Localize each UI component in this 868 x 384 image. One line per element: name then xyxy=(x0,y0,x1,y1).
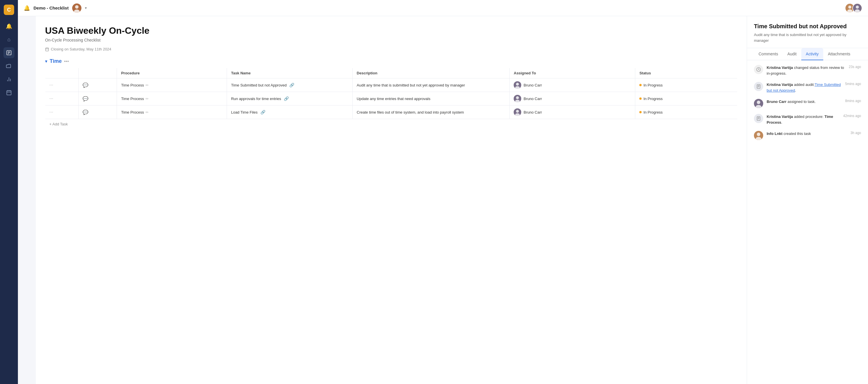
col-header-description: Description xyxy=(352,68,510,78)
procedure-name: Time Process xyxy=(121,110,144,114)
activity-text-container: Bruno Carr assigned to task. xyxy=(767,99,816,105)
user-avatar xyxy=(514,108,521,116)
row-comment-cell: 💬 xyxy=(79,92,117,106)
svg-point-31 xyxy=(516,110,519,113)
calendar-icon xyxy=(45,47,49,51)
section-more-button[interactable]: ••• xyxy=(64,59,69,64)
page-title: USA Biweekly On-Cycle xyxy=(45,25,738,36)
sidebar: C 🔔 ⌂ xyxy=(0,0,18,384)
user-avatar xyxy=(514,81,521,89)
comment-icon[interactable]: 💬 xyxy=(83,83,88,88)
topbar-chevron-icon[interactable]: ▾ xyxy=(85,6,87,10)
col-header-assigned: Assigned To xyxy=(510,68,635,78)
row-status-cell: In Progress xyxy=(635,78,738,92)
add-task-button[interactable]: + Add Task xyxy=(45,119,738,130)
svg-point-15 xyxy=(848,5,851,9)
activity-row: Bruno Carr assigned to task. 8mins ago xyxy=(767,99,861,105)
col-header-status: Status xyxy=(635,68,738,78)
notification-bell-icon[interactable]: 🔔 xyxy=(24,5,30,11)
activity-time: 3h ago xyxy=(850,131,861,135)
activity-item: Kristina Vartija added procedure: Time P… xyxy=(754,114,861,125)
closing-date-label: Closing on Saturday, May 11th 2024 xyxy=(51,47,111,51)
user-avatar xyxy=(514,95,521,102)
section-header: ▾ Time ••• xyxy=(45,58,738,64)
comment-icon[interactable]: 💬 xyxy=(83,110,88,115)
row-actions-cell: ··· xyxy=(45,78,79,92)
section-collapse-chevron[interactable]: ▾ xyxy=(45,59,48,64)
row-more-button[interactable]: ··· xyxy=(50,96,74,101)
row-description-cell: Create time files out of time system, an… xyxy=(352,106,510,119)
row-assigned-cell: Bruno Carr xyxy=(510,106,635,119)
activity-row: Kristina Vartija changed status from rev… xyxy=(767,65,861,76)
assigned-name: Bruno Carr xyxy=(524,110,542,114)
svg-point-39 xyxy=(757,101,760,104)
panel-tabs: Comments Audit Activity Attachments xyxy=(747,48,868,60)
topbar-right-avatar-2 xyxy=(852,3,862,13)
activity-item: Kristina Vartija changed status from rev… xyxy=(754,65,861,76)
add-task-row[interactable]: + Add Task xyxy=(45,119,738,130)
row-comment-cell: 💬 xyxy=(79,106,117,119)
description-text: Update any time entries that need approv… xyxy=(356,97,430,101)
activity-text-container: Info Lnkt created this task xyxy=(767,131,811,137)
row-actions-cell: ··· xyxy=(45,92,79,106)
table-row: ··· 💬 Time Process ✏ Run approvals for t… xyxy=(45,92,738,106)
activity-clock-icon xyxy=(754,65,763,74)
sidebar-item-chart[interactable] xyxy=(3,74,14,85)
sidebar-item-folder[interactable] xyxy=(3,61,14,71)
activity-body: Kristina Vartija added audit:Time Submit… xyxy=(767,82,861,93)
status-text: In Progress xyxy=(643,97,662,101)
topbar-avatars xyxy=(845,3,862,13)
description-text: Audit any time that is submitted but not… xyxy=(356,83,465,88)
svg-rect-20 xyxy=(45,48,49,51)
page-subtitle: On-Cycle Processing Checklist xyxy=(45,38,738,42)
assigned-name: Bruno Carr xyxy=(524,83,542,88)
activity-time: 23s ago xyxy=(849,65,861,69)
row-comment-cell: 💬 xyxy=(79,78,117,92)
svg-point-12 xyxy=(75,5,79,9)
row-more-button[interactable]: ··· xyxy=(50,110,74,115)
activity-row: Kristina Vartija added audit:Time Submit… xyxy=(767,82,861,93)
sidebar-item-docs[interactable] xyxy=(3,47,14,58)
right-panel: Time Submitted but not Approved Audit an… xyxy=(747,16,868,384)
svg-rect-7 xyxy=(7,91,11,95)
row-task-name-cell: Run approvals for time entries 🔗 xyxy=(227,92,352,106)
row-description-cell: Audit any time that is submitted but not… xyxy=(352,78,510,92)
tab-activity[interactable]: Activity xyxy=(801,48,823,60)
link-icon[interactable]: 🔗 xyxy=(289,83,294,88)
tab-comments[interactable]: Comments xyxy=(754,48,783,60)
activity-avatar xyxy=(754,99,763,108)
row-actions-cell: ··· xyxy=(45,106,79,119)
col-header-actions xyxy=(45,68,79,78)
sidebar-item-home[interactable]: ⌂ xyxy=(3,34,14,45)
activity-item: Info Lnkt created this task 3h ago xyxy=(754,131,861,140)
status-text: In Progress xyxy=(643,110,662,114)
activity-body: Bruno Carr assigned to task. 8mins ago xyxy=(767,99,861,105)
row-more-button[interactable]: ··· xyxy=(50,82,74,88)
topbar-user-avatar xyxy=(72,3,82,13)
link-icon[interactable]: 🔗 xyxy=(260,110,266,114)
col-header-task: Task Name xyxy=(227,68,352,78)
section-title: Time xyxy=(50,58,62,64)
row-procedure-cell: Time Process ✏ xyxy=(117,78,227,92)
sidebar-item-notification[interactable]: 🔔 xyxy=(3,21,14,32)
row-status-cell: In Progress xyxy=(635,106,738,119)
procedure-name: Time Process xyxy=(121,83,144,88)
task-name-text: Load Time Files xyxy=(231,110,257,114)
edit-icon[interactable]: ✏ xyxy=(146,97,149,101)
activity-row: Info Lnkt created this task 3h ago xyxy=(767,131,861,137)
activity-text-container: Kristina Vartija added procedure: Time P… xyxy=(767,114,841,125)
row-assigned-cell: Bruno Carr xyxy=(510,78,635,92)
sidebar-item-calendar[interactable] xyxy=(3,87,14,98)
link-icon[interactable]: 🔗 xyxy=(284,96,289,101)
tab-attachments[interactable]: Attachments xyxy=(823,48,855,60)
assigned-name: Bruno Carr xyxy=(524,97,542,101)
svg-point-16 xyxy=(847,9,852,13)
edit-icon[interactable]: ✏ xyxy=(146,83,149,88)
edit-icon[interactable]: ✏ xyxy=(146,110,149,114)
activity-time: 5mins ago xyxy=(845,82,861,86)
topbar-title: Demo - Checklist xyxy=(33,5,69,10)
comment-icon[interactable]: 💬 xyxy=(83,96,88,101)
tab-audit[interactable]: Audit xyxy=(783,48,801,60)
status-dot xyxy=(639,98,642,100)
svg-point-46 xyxy=(757,133,760,136)
